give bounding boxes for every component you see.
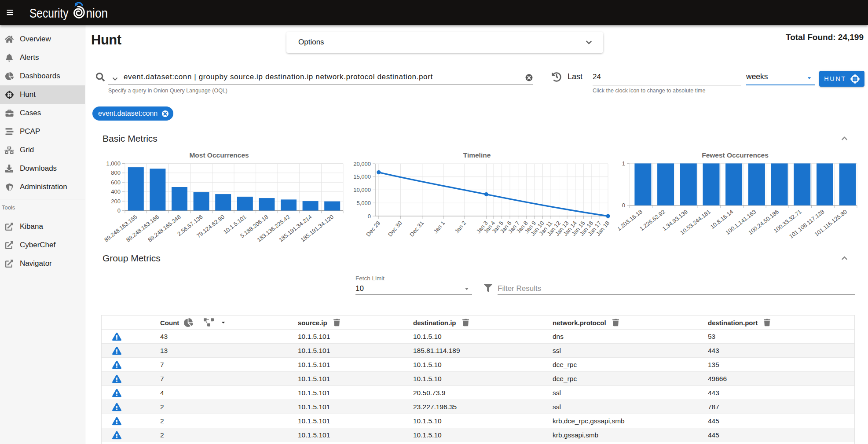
svg-text:15,000: 15,000: [353, 173, 371, 180]
svg-text:10,000: 10,000: [353, 187, 371, 193]
svg-text:Jan 2: Jan 2: [453, 220, 467, 235]
svg-text:0: 0: [368, 213, 371, 220]
svg-text:Timeline: Timeline: [463, 151, 491, 159]
svg-text:Fewest Occurrences: Fewest Occurrences: [702, 151, 769, 159]
svg-text:0: 0: [117, 207, 121, 214]
svg-text:1: 1: [622, 160, 625, 167]
svg-text:1,000: 1,000: [106, 160, 121, 167]
svg-text:800: 800: [111, 169, 121, 176]
svg-text:Most Occurrences: Most Occurrences: [189, 151, 249, 159]
svg-text:nion: nion: [86, 6, 108, 20]
svg-text:5,000: 5,000: [356, 200, 371, 206]
svg-text:Jan 1: Jan 1: [432, 220, 446, 235]
svg-text:600: 600: [111, 179, 121, 186]
svg-text:Security: Security: [29, 6, 69, 20]
svg-text:Dec 31: Dec 31: [408, 220, 425, 238]
svg-text:Dec 30: Dec 30: [387, 220, 403, 238]
svg-text:20,000: 20,000: [353, 161, 371, 167]
svg-text:Dec 29: Dec 29: [365, 220, 381, 238]
svg-text:0: 0: [622, 202, 625, 209]
svg-text:200: 200: [111, 198, 121, 205]
svg-text:400: 400: [111, 188, 121, 195]
